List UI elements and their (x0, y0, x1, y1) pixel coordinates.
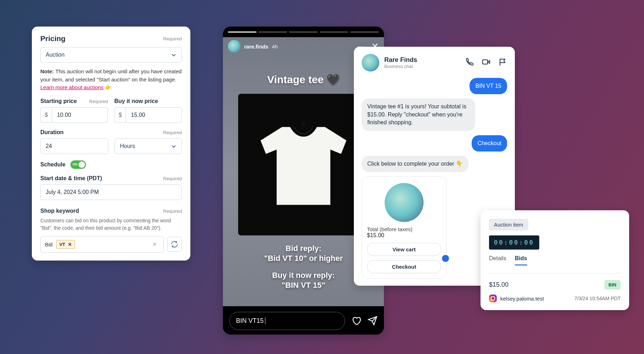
bin-price-input[interactable] (126, 107, 182, 123)
flag-icon[interactable] (499, 58, 507, 68)
pricing-panel: Pricing Required Auction Note: This auct… (32, 27, 190, 261)
tab-bids[interactable]: Bids (515, 255, 527, 266)
start-date-input[interactable] (40, 184, 182, 200)
keyword-label: Shop keyword (40, 208, 79, 214)
auction-type-select[interactable]: Auction (40, 47, 182, 63)
instagram-icon (489, 295, 497, 302)
duration-unit-select[interactable]: Hours (115, 138, 182, 154)
schedule-label: Schedule (40, 161, 65, 168)
bin-badge: BIN (604, 280, 621, 290)
refresh-icon (171, 240, 178, 248)
schedule-toggle[interactable]: ON (70, 160, 86, 169)
countdown-timer: 00:00:00 (489, 235, 539, 250)
keyword-chip: VT✕ (56, 240, 75, 249)
svg-rect-1 (483, 60, 488, 64)
start-date-label: Start date & time (PDT) (40, 175, 102, 182)
phone-icon[interactable] (465, 58, 474, 68)
highlight-dot (441, 253, 450, 263)
send-icon[interactable] (368, 316, 378, 326)
tshirt-icon (250, 109, 357, 220)
order-product-image (385, 183, 424, 222)
bid-price: $15.00 (489, 281, 508, 289)
required-label: Required (163, 36, 182, 41)
bidder-username[interactable]: kelsey.paloma.test (500, 296, 544, 302)
chat-name: Rare Finds (384, 56, 417, 64)
bids-panel: Auction item 00:00:00 Details Bids $15.0… (481, 210, 629, 310)
bot-message: Vintage tee #1 is yours! Your subtotal i… (362, 98, 475, 131)
story-product-image (238, 94, 369, 235)
currency-symbol: $ (114, 107, 126, 123)
duration-label: Duration (40, 129, 64, 136)
pricing-title: Pricing (40, 34, 65, 43)
chat-avatar[interactable] (362, 54, 379, 72)
view-cart-button[interactable]: View cart (367, 243, 441, 256)
duration-input[interactable] (40, 138, 108, 154)
chevron-down-icon (171, 143, 177, 149)
starting-price-label: Starting price (40, 98, 77, 104)
chip-remove-icon[interactable]: ✕ (68, 242, 72, 247)
video-icon[interactable] (482, 58, 491, 68)
bot-message: Click below to complete your order 👇 (362, 156, 468, 172)
refresh-button[interactable] (167, 237, 182, 252)
auction-note: Note: This auction will not begin until … (40, 68, 182, 92)
keyword-input-box[interactable]: Bid VT✕ ✕ (40, 236, 163, 253)
clear-icon[interactable]: ✕ (150, 241, 159, 248)
checkout-button[interactable]: Checkout (367, 260, 441, 273)
heart-icon[interactable] (351, 316, 361, 326)
story-reply-input[interactable]: BIN VT15 (229, 312, 345, 330)
starting-price-input[interactable] (52, 107, 108, 123)
auction-badge: Auction item (489, 219, 528, 230)
user-message: BIN VT 15 (470, 78, 507, 94)
total-label: Total (before taxes) (367, 226, 441, 232)
order-card: Total (before taxes) $15.00 View cart Ch… (362, 176, 447, 279)
keyword-helper: Customers can bid on this product by com… (40, 217, 182, 232)
bin-price-label: Buy it now price (114, 98, 158, 104)
story-avatar[interactable] (228, 40, 241, 53)
bid-timestamp: 7/3/24 10:54AM PDT (574, 296, 621, 301)
currency-symbol: $ (40, 107, 52, 123)
chat-subtitle: Business chat (384, 64, 417, 69)
learn-more-link[interactable]: Learn more about auctions (40, 84, 103, 90)
total-amount: $15.00 (367, 232, 441, 239)
tab-details[interactable]: Details (489, 255, 506, 266)
auction-type-value: Auction (46, 52, 64, 58)
story-username[interactable]: rare.finds (244, 44, 268, 50)
pricing-header: Pricing Required (40, 34, 182, 43)
user-message: Checkout (472, 135, 507, 152)
story-progress (223, 27, 384, 37)
chevron-down-icon (171, 52, 177, 58)
svg-rect-0 (302, 122, 305, 127)
story-time: 4h (272, 44, 278, 50)
